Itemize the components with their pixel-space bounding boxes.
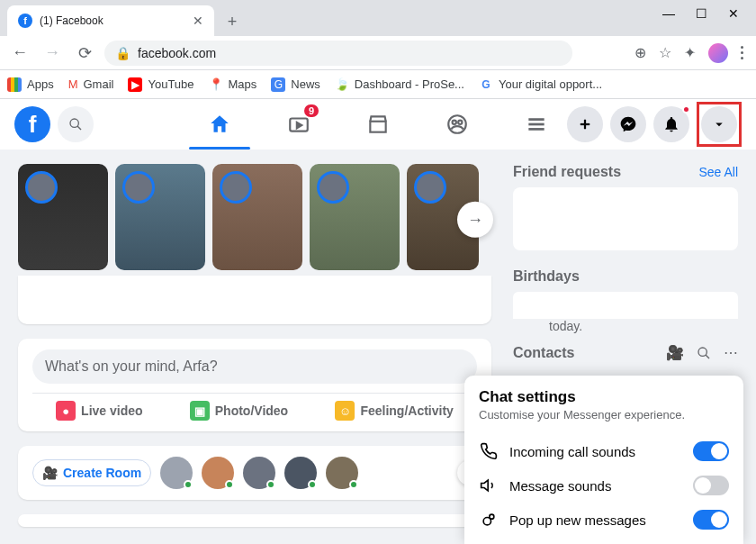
news-bookmark[interactable]: G News — [271, 77, 320, 92]
popup-messages-toggle[interactable] — [693, 510, 729, 530]
svg-point-4 — [448, 115, 466, 133]
facebook-header: f 9 — [0, 99, 756, 150]
feeling-button[interactable]: ☺ Feeling/Activity — [335, 401, 453, 421]
bell-icon — [662, 115, 680, 133]
browser-tab[interactable]: f (1) Facebook ✕ — [7, 5, 214, 36]
marketplace-icon — [366, 113, 390, 136]
home-tab[interactable] — [184, 99, 256, 150]
address-bar[interactable]: 🔒 facebook.com — [104, 41, 572, 66]
facebook-search-button[interactable] — [58, 106, 94, 142]
story-avatar — [25, 171, 58, 204]
story-item[interactable] — [115, 164, 205, 270]
online-dot-icon — [266, 480, 275, 489]
marketplace-tab[interactable] — [342, 99, 414, 150]
tab-title: (1) Facebook — [40, 14, 185, 27]
maximize-icon[interactable]: ☐ — [695, 7, 707, 20]
youtube-bookmark[interactable]: ▶ YouTube — [128, 77, 194, 92]
svg-point-0 — [70, 119, 78, 127]
maps-bookmark[interactable]: 📍 Maps — [209, 77, 257, 91]
apps-icon — [7, 77, 22, 92]
notification-dot — [682, 105, 690, 113]
stories-next-button[interactable]: → — [457, 202, 493, 238]
chat-settings-subtitle: Customise your Messenger experience. — [479, 408, 729, 422]
youtube-icon: ▶ — [128, 77, 142, 92]
account-dropdown-button[interactable] — [701, 106, 737, 142]
story-avatar — [414, 171, 446, 204]
contact-avatar[interactable] — [284, 457, 317, 489]
search-contacts-icon[interactable] — [697, 346, 711, 360]
gmail-icon: M — [68, 77, 78, 91]
incoming-sounds-toggle[interactable] — [693, 441, 729, 461]
home-icon — [208, 113, 231, 136]
message-sounds-toggle[interactable] — [693, 476, 729, 495]
svg-point-5 — [453, 121, 456, 124]
birthday-card-peek — [513, 292, 738, 319]
messenger-button[interactable] — [610, 106, 646, 142]
new-tab-button[interactable]: + — [220, 9, 245, 34]
contact-avatar[interactable] — [202, 457, 234, 489]
forward-button[interactable]: → — [40, 41, 65, 66]
contact-avatar[interactable] — [326, 457, 358, 489]
groups-tab[interactable] — [421, 99, 493, 150]
search-icon — [68, 117, 83, 131]
svg-marker-14 — [482, 480, 489, 491]
contact-avatar[interactable] — [243, 457, 275, 489]
hamburger-tab[interactable] — [500, 99, 572, 150]
story-item[interactable] — [310, 164, 400, 270]
notifications-button[interactable] — [653, 106, 689, 142]
apps-bookmark[interactable]: Apps — [7, 77, 54, 92]
svg-rect-3 — [370, 122, 385, 132]
live-video-button[interactable]: ● Live video — [56, 401, 142, 421]
birthday-text: today. — [513, 319, 738, 333]
story-item[interactable] — [212, 164, 302, 270]
facebook-body: → What's on your mind, Arfa? ● Live vide… — [0, 150, 756, 544]
browser-menu-icon[interactable] — [741, 46, 743, 59]
popup-icon — [479, 511, 499, 529]
incoming-call-sounds-row: Incoming call sounds — [479, 434, 729, 468]
contacts-options-icon[interactable]: ⋯ — [724, 344, 738, 361]
story-avatar — [220, 171, 252, 204]
contact-avatar[interactable] — [160, 457, 193, 489]
close-tab-button[interactable]: ✕ — [193, 14, 203, 28]
photo-video-button[interactable]: ▣ Photo/Video — [190, 401, 288, 421]
gmail-bookmark[interactable]: M Gmail — [68, 77, 114, 91]
facebook-logo[interactable]: f — [14, 106, 50, 142]
minimize-icon[interactable]: — — [662, 7, 675, 20]
groups-icon — [446, 113, 469, 136]
composer-input[interactable]: What's on your mind, Arfa? — [32, 349, 477, 384]
messenger-icon — [619, 115, 637, 133]
contacts-heading: Contacts — [513, 345, 653, 361]
message-sounds-row: Message sounds — [479, 468, 729, 503]
see-all-link[interactable]: See All — [698, 165, 738, 179]
birthdays-heading: Birthdays — [513, 268, 738, 285]
online-dot-icon — [225, 480, 234, 489]
extensions-icon[interactable]: ✦ — [684, 44, 696, 61]
account-dropdown-highlight — [697, 102, 742, 147]
watch-tab[interactable]: 9 — [263, 99, 335, 150]
url-text: facebook.com — [138, 46, 216, 60]
create-button[interactable] — [567, 106, 603, 142]
stories-card-bottom — [18, 276, 491, 324]
news-icon: G — [271, 77, 285, 92]
create-room-button[interactable]: 🎥 Create Room — [32, 459, 151, 486]
lock-icon: 🔒 — [115, 46, 130, 60]
video-plus-icon: 🎥 — [42, 466, 58, 480]
online-dot-icon — [308, 480, 317, 489]
back-button[interactable]: ← — [7, 41, 32, 66]
story-avatar — [317, 171, 349, 204]
zoom-icon[interactable]: ⊕ — [634, 44, 646, 61]
new-room-icon[interactable]: 🎥 — [666, 344, 684, 361]
maps-icon: 📍 — [209, 77, 223, 91]
close-window-icon[interactable]: ✕ — [727, 7, 740, 20]
reload-button[interactable]: ⟳ — [72, 41, 97, 66]
profile-avatar-icon[interactable] — [708, 43, 728, 63]
star-icon[interactable]: ☆ — [659, 44, 671, 61]
chat-settings-title: Chat settings — [479, 388, 729, 406]
dashboard-bookmark[interactable]: 🍃 Dashboard - ProSe... — [335, 77, 464, 91]
phone-icon — [479, 442, 499, 460]
story-item[interactable] — [18, 164, 108, 270]
digital-bookmark[interactable]: G Your digital opport... — [479, 77, 602, 92]
online-dot-icon — [184, 480, 193, 489]
chat-settings-popup: Chat settings Customise your Messenger e… — [464, 376, 743, 544]
menu-icon — [525, 113, 548, 136]
